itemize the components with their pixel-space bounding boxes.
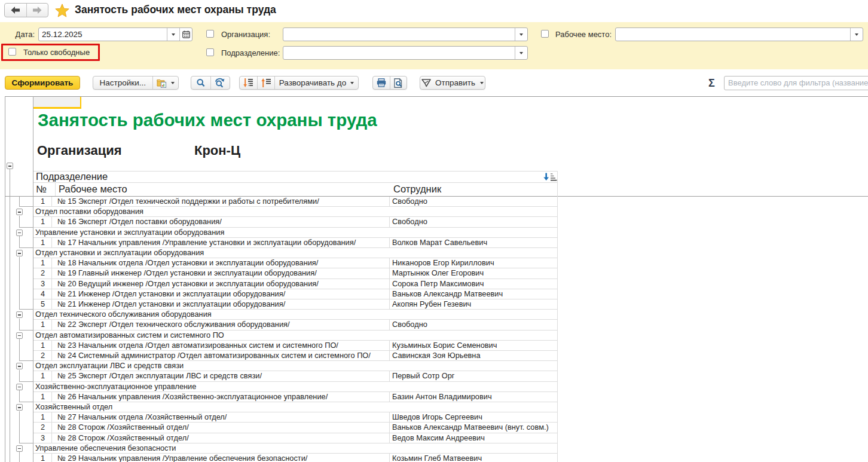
collapse-group-button[interactable] <box>16 250 23 256</box>
workplace-value[interactable] <box>616 28 850 41</box>
organization-checkbox[interactable] <box>206 30 214 38</box>
workplace-cell[interactable]: № 22 Эксперт /Отдел технического обслужи… <box>55 320 390 329</box>
workplace-field[interactable] <box>615 27 863 41</box>
row-number-cell[interactable]: 3 <box>33 279 52 289</box>
only-free-checkbox[interactable] <box>8 48 16 56</box>
table-row[interactable]: 1№ 17 Начальник управления /Управление у… <box>33 238 558 248</box>
row-number-cell[interactable]: 1 <box>33 238 52 247</box>
settings-button[interactable]: Настройки... <box>93 77 152 89</box>
table-row[interactable]: 1№ 15 Эксперт /Отдел технической поддерж… <box>33 197 558 207</box>
forward-button[interactable] <box>26 4 48 17</box>
employee-cell[interactable]: Свободно <box>390 197 558 206</box>
employee-cell[interactable]: Сорока Петр Максимович <box>390 279 558 289</box>
row-number-cell[interactable]: 4 <box>33 289 52 299</box>
table-row[interactable]: 1№ 16 Эксперт /Отдел поставки оборудован… <box>33 217 558 227</box>
group-row[interactable]: Отдел поставки оборудования <box>33 207 558 217</box>
collapse-group-button[interactable] <box>16 311 23 318</box>
department-value[interactable] <box>283 47 515 59</box>
row-number-cell[interactable]: 1 <box>33 392 52 402</box>
collapse-group-button[interactable] <box>16 209 23 215</box>
row-number-cell[interactable]: 5 <box>33 299 52 309</box>
employee-cell[interactable]: Кузьминых Борис Семенович <box>390 341 558 350</box>
collapse-group-button[interactable] <box>7 163 13 169</box>
employee-cell[interactable]: Ваньков Александр Матвеевич (внут. совм.… <box>390 423 558 432</box>
collapse-group-button[interactable] <box>16 404 23 411</box>
collapse-group-button[interactable] <box>16 384 23 390</box>
date-dropdown-button[interactable] <box>167 28 179 41</box>
row-number-cell[interactable]: 1 <box>33 320 52 329</box>
row-number-cell[interactable]: 3 <box>33 433 52 443</box>
employee-cell[interactable]: Мартынюк Олег Егорович <box>390 268 558 278</box>
expand-to-button[interactable]: Разворачивать до <box>274 77 358 89</box>
employee-cell[interactable]: Первый Сотр Орг <box>390 371 558 381</box>
expand-groups-button[interactable] <box>240 77 257 89</box>
generate-button[interactable]: Сформировать <box>5 76 80 90</box>
collapse-group-button[interactable] <box>16 230 23 236</box>
workplace-cell[interactable]: № 24 Системный администратор /Отдел авто… <box>55 351 390 360</box>
group-name-cell[interactable]: Управление установки и эксплуатации обор… <box>33 228 558 237</box>
workplace-dropdown-button[interactable] <box>850 28 863 41</box>
department-field[interactable] <box>283 46 528 60</box>
workplace-cell[interactable]: № 20 Ведущий инженер /Отдел установки и … <box>55 279 390 289</box>
back-button[interactable] <box>5 4 26 17</box>
group-row[interactable]: Отдел эксплуатации ЛВС и средств связи <box>33 361 558 371</box>
row-number-cell[interactable]: 1 <box>33 371 52 381</box>
table-row[interactable]: 5№ 21 Инженер /Отдел установки и эксплуа… <box>33 299 558 310</box>
workplace-cell[interactable]: № 19 Главный инженер /Отдел установки и … <box>55 268 390 278</box>
row-number-cell[interactable]: 1 <box>33 258 52 268</box>
group-name-cell[interactable]: Отдел установки и эксплуатации оборудова… <box>33 248 558 258</box>
favorite-star-icon[interactable] <box>55 4 69 17</box>
workplace-label[interactable]: Рабочее место: <box>555 27 612 41</box>
row-number-cell[interactable]: 1 <box>33 197 52 206</box>
employee-cell[interactable]: Волков Марат Савельевич <box>390 238 558 247</box>
workplace-cell[interactable]: № 28 Сторож /Хозяйственный отдел/ <box>55 423 390 432</box>
workplace-cell[interactable]: № 26 Начальник управления /Хозяйственно-… <box>55 392 390 402</box>
workplace-cell[interactable]: № 29 Начальник управления /Управление об… <box>55 454 390 462</box>
workplace-cell[interactable]: № 27 Начальник отдела /Хозяйственный отд… <box>55 412 390 422</box>
employee-cell[interactable]: Свободно <box>390 320 558 329</box>
row-number-cell[interactable]: 1 <box>33 412 52 422</box>
group-name-cell[interactable]: Хозяйственный отдел <box>33 402 558 412</box>
group-row[interactable]: Отдел технического обслуживания оборудов… <box>33 310 558 320</box>
workplace-cell[interactable]: № 18 Начальник отдела /Отдел установки и… <box>55 258 390 268</box>
employee-cell[interactable]: Свободно <box>390 217 558 227</box>
table-row[interactable]: 2№ 24 Системный администратор /Отдел авт… <box>33 351 558 361</box>
row-number-cell[interactable]: 1 <box>33 217 52 227</box>
table-row[interactable]: 3№ 20 Ведущий инженер /Отдел установки и… <box>33 279 558 289</box>
employee-cell[interactable]: Базин Антон Владимирович <box>390 392 558 402</box>
table-row[interactable]: 1№ 18 Начальник отдела /Отдел установки … <box>33 258 558 268</box>
workplace-cell[interactable]: № 28 Сторож /Хозяйственный отдел/ <box>55 433 390 443</box>
workplace-checkbox[interactable] <box>541 30 549 38</box>
search-next-button[interactable] <box>210 77 230 89</box>
table-row[interactable]: 1№ 26 Начальник управления /Хозяйственно… <box>33 392 558 402</box>
workplace-cell[interactable]: № 21 Инженер /Отдел установки и эксплуат… <box>55 299 390 309</box>
group-row[interactable]: Отдел автоматизированных систем и систем… <box>33 331 558 341</box>
workplace-cell[interactable]: № 21 Инженер /Отдел установки и эксплуат… <box>55 289 390 299</box>
employee-cell[interactable]: Шведов Игорь Сергеевич <box>390 412 558 422</box>
collapse-groups-button[interactable] <box>257 77 274 89</box>
group-name-cell[interactable]: Отдел технического обслуживания оборудов… <box>33 310 558 319</box>
row-number-cell[interactable]: 1 <box>33 341 52 350</box>
organization-label[interactable]: Организация: <box>221 27 270 41</box>
sum-sigma-icon[interactable]: Σ <box>708 77 715 90</box>
workplace-cell[interactable]: № 17 Начальник управления /Управление ус… <box>55 238 390 247</box>
table-row[interactable]: 2№ 19 Главный инженер /Отдел установки и… <box>33 268 558 279</box>
employee-cell[interactable]: Ведов Максим Андреевич <box>390 433 558 443</box>
row-number-cell[interactable]: 1 <box>33 454 52 462</box>
department-label[interactable]: Подразделение: <box>221 46 280 60</box>
collapse-group-button[interactable] <box>16 363 23 369</box>
row-number-cell[interactable]: 2 <box>33 423 52 432</box>
table-row[interactable]: 1№ 29 Начальник управления /Управление о… <box>33 454 558 462</box>
employee-cell[interactable]: Козьмин Глеб Матвеевич <box>390 454 558 462</box>
table-row[interactable]: 4№ 21 Инженер /Отдел установки и эксплуа… <box>33 289 558 299</box>
collapse-group-button[interactable] <box>16 445 23 452</box>
group-row[interactable]: Управление установки и эксплуатации обор… <box>33 228 558 238</box>
date-value[interactable]: 25.12.2025 <box>39 28 167 41</box>
group-name-cell[interactable]: Хозяйственно-эксплуатационное управление <box>33 382 558 391</box>
employee-cell[interactable]: Савинская Зоя Юрьевна <box>390 351 558 360</box>
department-checkbox[interactable] <box>206 48 214 56</box>
report-variants-button[interactable] <box>152 77 178 89</box>
organization-value[interactable] <box>283 28 515 41</box>
employee-cell[interactable]: Никаноров Егор Кириллович <box>390 258 558 268</box>
employee-cell[interactable]: Ваньков Александр Матвеевич <box>390 289 558 299</box>
